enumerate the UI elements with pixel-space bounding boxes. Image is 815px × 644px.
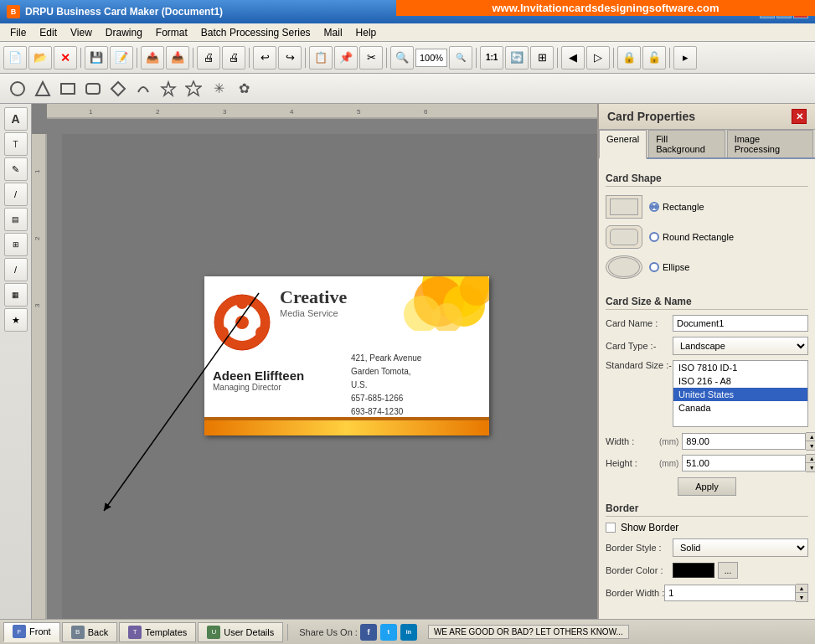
show-border-checkbox[interactable] (606, 523, 616, 533)
undo-button[interactable]: ↩ (253, 46, 276, 70)
border-width-row: Border Width : ▲ ▼ (606, 584, 808, 602)
text-tool[interactable]: A (4, 107, 28, 131)
save-button[interactable]: 💾 (85, 46, 108, 70)
size-option-iso216[interactable]: ISO 216 - A8 (673, 374, 807, 388)
canvas[interactable]: Creative Media Service Adeen Eliffteen M… (62, 134, 597, 619)
shape-triangle[interactable] (32, 78, 54, 100)
border-color-picker-button[interactable]: ... (718, 562, 738, 579)
star-tool[interactable]: ★ (4, 308, 28, 332)
width-input[interactable] (682, 433, 806, 450)
tab-fill-background[interactable]: Fill Background (648, 130, 725, 157)
print-button[interactable]: 🖨 (197, 46, 220, 70)
canvas-area[interactable]: 1 2 3 4 5 6 1 2 3 (32, 104, 597, 619)
border-color-swatch[interactable] (673, 563, 714, 578)
card-type-select[interactable]: Landscape Portrait (673, 337, 808, 355)
menu-format[interactable]: Format (149, 25, 194, 40)
new-button[interactable]: 📄 (3, 46, 27, 70)
tab-back[interactable]: B Back (62, 622, 117, 642)
size-option-us[interactable]: United States (673, 388, 807, 401)
barcode-tool[interactable]: ▤ (4, 208, 28, 231)
linkedin-icon[interactable]: in (400, 624, 417, 641)
card-name-input[interactable] (673, 315, 808, 332)
height-up-arrow[interactable]: ▲ (806, 455, 815, 463)
apply-button[interactable]: Apply (678, 477, 736, 496)
size-option-canada[interactable]: Canada (673, 401, 807, 415)
radio-round-rect[interactable]: Round Rectangle (649, 232, 734, 242)
radio-rectangle[interactable]: Rectangle (649, 202, 704, 212)
border-width-input[interactable] (664, 585, 796, 601)
grid-tool[interactable]: ▦ (4, 283, 28, 307)
shape-flower[interactable]: ✿ (233, 78, 255, 100)
width-up-arrow[interactable]: ▲ (806, 433, 815, 441)
shape-rounded-rect[interactable] (82, 78, 104, 100)
line-tool[interactable]: / (4, 183, 28, 206)
unlock-button[interactable]: 🔓 (642, 46, 666, 70)
shape-diamond[interactable] (107, 78, 129, 100)
tab-user-details[interactable]: U User Details (198, 622, 283, 642)
menu-edit[interactable]: Edit (33, 25, 64, 40)
border-style-select[interactable]: Solid Dashed Dotted (673, 538, 808, 557)
shape-rectangle[interactable] (57, 78, 79, 100)
height-down-arrow[interactable]: ▼ (806, 463, 815, 471)
svg-point-31 (255, 327, 267, 338)
tab-front[interactable]: F Front (3, 622, 60, 642)
more-button[interactable]: ▸ (673, 46, 697, 70)
shape-circle[interactable] (7, 78, 28, 100)
menu-help[interactable]: Help (349, 25, 384, 40)
save-as-button[interactable]: 📝 (110, 46, 133, 70)
radio-ellipse-btn[interactable] (649, 262, 659, 272)
show-border-row: Show Border (606, 522, 808, 533)
paste-button[interactable]: 📌 (334, 46, 358, 70)
menu-view[interactable]: View (64, 25, 99, 40)
shape-starburst[interactable]: ✳ (208, 78, 230, 100)
fit-button[interactable]: 1:1 (480, 46, 503, 70)
redo-button[interactable]: ↪ (278, 46, 302, 70)
shape-arc[interactable] (132, 78, 154, 100)
size-option-iso7810[interactable]: ISO 7810 ID-1 (673, 361, 807, 374)
shape-star2[interactable] (183, 78, 204, 100)
facebook-icon[interactable]: f (360, 624, 377, 641)
close-doc-button[interactable]: ✕ (54, 46, 77, 70)
align-button[interactable]: ◀ (561, 46, 585, 70)
copy-button[interactable]: 📋 (309, 46, 333, 70)
menu-batch[interactable]: Batch Processing Series (194, 25, 317, 40)
tab-general[interactable]: General (599, 130, 647, 159)
text2-tool[interactable]: T (4, 132, 28, 156)
twitter-icon[interactable]: t (380, 624, 397, 641)
border-width-up-arrow[interactable]: ▲ (796, 585, 807, 593)
draw-tool[interactable]: / (4, 258, 28, 281)
image-tool[interactable]: ⊞ (4, 233, 28, 256)
shape-option-ellipse[interactable]: Ellipse (606, 255, 808, 279)
grid-button[interactable]: ⊞ (530, 46, 554, 70)
arrange-button[interactable]: ▷ (586, 46, 610, 70)
radio-rect-btn[interactable] (649, 202, 659, 212)
width-down-arrow[interactable]: ▼ (806, 441, 815, 450)
lock-button[interactable]: 🔒 (617, 46, 641, 70)
menu-file[interactable]: File (3, 25, 33, 40)
pencil-tool[interactable]: ✎ (4, 157, 28, 181)
shape-option-rect[interactable]: Rectangle (606, 195, 808, 219)
print2-button[interactable]: 🖨 (222, 46, 245, 70)
radio-round-rect-btn[interactable] (649, 232, 659, 242)
zoom-out-button[interactable]: 🔍 (449, 46, 472, 70)
open-button[interactable]: 📂 (28, 46, 52, 70)
export-button[interactable]: 📤 (141, 46, 164, 70)
card-type-value: Landscape Portrait (673, 337, 808, 355)
import-button[interactable]: 📥 (166, 46, 189, 70)
border-width-down-arrow[interactable]: ▼ (796, 593, 807, 601)
shape-star[interactable] (157, 78, 179, 100)
rotate-button[interactable]: 🔄 (505, 46, 529, 70)
standard-size-list[interactable]: ISO 7810 ID-1 ISO 216 - A8 United States… (673, 360, 808, 427)
shape-option-round-rect[interactable]: Round Rectangle (606, 225, 808, 249)
height-input[interactable] (682, 455, 806, 471)
zoom-in-button[interactable]: 🔍 (390, 46, 414, 70)
main-area: A T ✎ / ▤ ⊞ / ▦ ★ 1 2 3 4 5 6 (0, 104, 815, 619)
cut-button[interactable]: ✂ (359, 46, 383, 70)
panel-close-button[interactable]: ✕ (792, 109, 807, 124)
tab-templates[interactable]: T Templates (119, 622, 196, 642)
tab-image-processing[interactable]: Image Processing (727, 130, 813, 157)
menu-mail[interactable]: Mail (317, 25, 349, 40)
app-icon: B (7, 5, 20, 18)
radio-ellipse[interactable]: Ellipse (649, 262, 689, 272)
menu-drawing[interactable]: Drawing (99, 25, 149, 40)
